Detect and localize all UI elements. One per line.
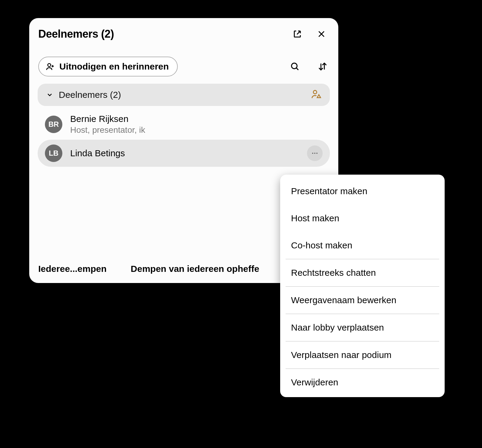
participant-text: Linda Betings [70,148,125,158]
close-button[interactable] [316,29,327,39]
menu-item[interactable]: Rechtstreeks chatten [280,259,445,286]
search-button[interactable] [289,61,301,73]
menu-item[interactable]: Weergavenaam bewerken [280,287,445,314]
participant-text: Bernie RijksenHost, presentator, ik [70,114,145,135]
participant-row[interactable]: LBLinda Betings [38,140,330,167]
popout-button[interactable] [292,29,303,39]
invite-remind-label: Uitnodigen en herinneren [59,61,169,72]
mute-all-button[interactable]: Iederee...empen [38,264,107,274]
popout-icon [293,30,302,39]
more-options-button[interactable] [307,145,323,161]
sort-icon [318,61,328,72]
panel-header: Deelnemers (2) [29,18,338,43]
menu-item[interactable]: Host maken [280,205,445,232]
svg-point-5 [316,153,318,154]
participants-section-header[interactable]: Deelnemers (2) [38,84,330,106]
svg-point-0 [48,64,51,67]
role-indicator-icon [311,89,321,101]
tools-row: Uitnodigen en herinneren [29,43,338,84]
chevron-down-icon [46,91,53,98]
svg-point-1 [292,63,297,69]
participant-name: Bernie Rijksen [70,114,145,124]
close-icon [317,30,326,39]
person-add-icon [45,62,55,71]
unmute-all-button[interactable]: Dempen van iedereen opheffe [131,264,259,274]
participant-context-menu: Presentator makenHost makenCo-host maken… [280,175,445,397]
participant-row[interactable]: BRBernie RijksenHost, presentator, ik [38,109,330,140]
panel-title: Deelnemers (2) [38,28,114,40]
avatar: LB [45,145,62,162]
svg-point-2 [313,90,317,94]
participant-subtitle: Host, presentator, ik [70,125,145,135]
more-horizontal-icon [311,150,318,157]
avatar: BR [45,116,62,133]
svg-point-4 [314,153,315,154]
participant-list: BRBernie RijksenHost, presentator, ikLBL… [29,106,338,167]
menu-item[interactable]: Co-host maken [280,232,445,259]
search-icon [290,61,300,72]
sort-button[interactable] [317,61,329,73]
invite-remind-button[interactable]: Uitnodigen en herinneren [38,57,178,76]
header-icon-group [292,29,327,39]
menu-item[interactable]: Verplaatsen naar podium [280,341,445,369]
participant-name: Linda Betings [70,148,125,158]
menu-item[interactable]: Verwijderen [280,369,445,396]
menu-item[interactable]: Presentator maken [280,178,445,205]
menu-item[interactable]: Naar lobby verplaatsen [280,314,445,341]
participants-section-label: Deelnemers (2) [59,90,121,100]
svg-point-3 [312,153,313,154]
